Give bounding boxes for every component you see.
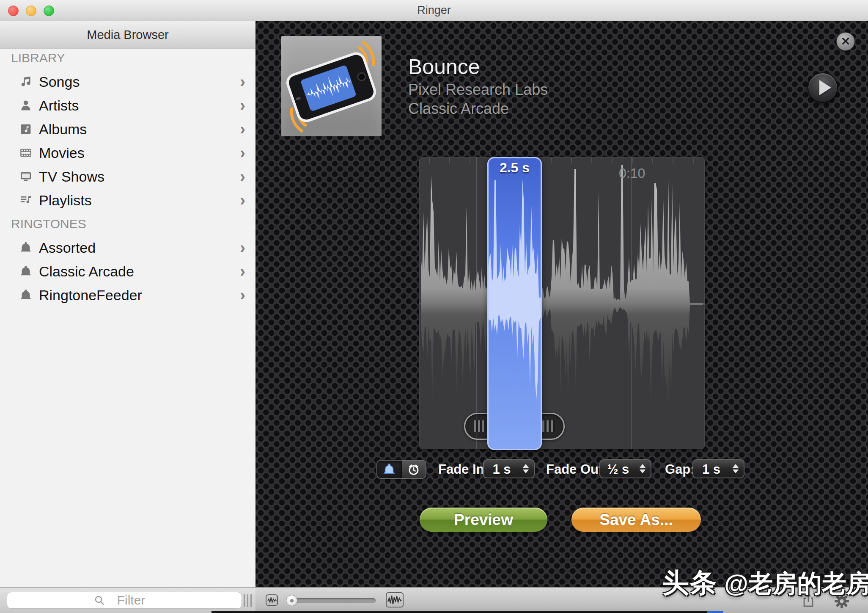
- bell-icon: [19, 264, 33, 279]
- tv-icon: [19, 169, 33, 184]
- chevron-right-icon: ›: [240, 94, 245, 117]
- gap-label: Gap:: [665, 460, 695, 479]
- title-bar[interactable]: Ringer: [0, 0, 868, 21]
- sidebar-item-movies[interactable]: Movies›: [0, 141, 255, 165]
- fade-in-label: Fade In:: [438, 460, 489, 479]
- background-window-accent: [707, 611, 723, 613]
- sidebar-item-label: RingtoneFeeder: [39, 283, 142, 307]
- waveform-panel: 0:10 2.5 s: [419, 157, 705, 449]
- save-as-button[interactable]: Save As...: [571, 508, 701, 532]
- sidebar-item-artists[interactable]: Artists›: [0, 94, 255, 117]
- music-note-icon: [19, 75, 33, 89]
- fade-out-label: Fade Out:: [546, 460, 607, 479]
- chevron-right-icon: ›: [240, 283, 245, 307]
- watermark: 头条 @老房的老房: [662, 565, 868, 601]
- track-title: Bounce: [408, 54, 548, 80]
- pane-resize-grip[interactable]: [244, 594, 253, 607]
- zoom-in-button[interactable]: [386, 592, 404, 607]
- zoom-out-button[interactable]: [266, 594, 278, 606]
- fade-out-value: ½ s: [600, 460, 636, 479]
- small-waveform-icon: [266, 595, 277, 605]
- sidebar-filter-bar: [0, 587, 255, 613]
- alarm-clock-icon: [407, 462, 421, 477]
- alarm-mode-button[interactable]: [402, 461, 426, 478]
- selection-duration-label: 2.5 s: [489, 160, 541, 176]
- play-icon: [819, 80, 831, 95]
- bell-icon: [19, 288, 33, 302]
- sidebar-item-playlists[interactable]: Playlists›: [0, 188, 255, 212]
- media-browser-sidebar: Media Browser LIBRARYSongs›Artists›Album…: [0, 21, 255, 613]
- end-time-label: 0:10: [619, 166, 645, 181]
- background-window-strip: [212, 611, 723, 613]
- playlist-icon: [19, 193, 33, 207]
- selection-waveform: [487, 157, 542, 449]
- watermark-handle: @老房的老房: [724, 569, 868, 597]
- close-editor-button[interactable]: ✕: [836, 32, 855, 51]
- sidebar-item-assorted[interactable]: Assorted›: [0, 236, 255, 260]
- fade-in-value: 1 s: [484, 460, 519, 479]
- sidebar-item-label: Assorted: [39, 236, 96, 260]
- filter-input[interactable]: [7, 592, 242, 609]
- large-waveform-icon: [387, 593, 403, 607]
- gap-select[interactable]: 1 s: [692, 459, 744, 478]
- sidebar-item-ringtonefeeder[interactable]: RingtoneFeeder›: [0, 283, 255, 307]
- person-icon: [19, 98, 33, 113]
- track-artist: Pixel Research Labs: [408, 80, 548, 99]
- sidebar-section-ringtones: RINGTONES: [0, 212, 255, 236]
- stepper-arrows-icon: [640, 464, 646, 473]
- fade-in-select[interactable]: 1 s: [483, 459, 535, 478]
- chevron-right-icon: ›: [240, 70, 245, 94]
- left-grip-icon[interactable]: [474, 420, 486, 432]
- play-button[interactable]: [808, 72, 838, 103]
- sidebar-section-library: LIBRARY: [0, 46, 255, 70]
- stepper-arrows-icon: [523, 464, 529, 473]
- zoom-slider-track[interactable]: [287, 598, 376, 603]
- sidebar-item-label: Artists: [39, 94, 79, 117]
- sidebar-item-label: TV Shows: [39, 165, 104, 188]
- window-title: Ringer: [0, 0, 868, 21]
- ringtone-artwork: [281, 36, 382, 136]
- chevron-right-icon: ›: [240, 236, 245, 260]
- ringtone-mode-button[interactable]: [377, 461, 402, 478]
- chevron-right-icon: ›: [240, 165, 245, 188]
- sidebar-item-tv-shows[interactable]: TV Shows›: [0, 165, 255, 188]
- ringtone-type-segmented-control: [376, 460, 426, 479]
- sidebar-list: LIBRARYSongs›Artists›Albums›Movies›TV Sh…: [0, 46, 255, 307]
- sidebar-item-albums[interactable]: Albums›: [0, 117, 255, 141]
- sidebar-item-songs[interactable]: Songs›: [0, 70, 255, 94]
- sidebar-item-label: Playlists: [39, 188, 92, 212]
- sidebar-item-label: Albums: [39, 117, 87, 141]
- sidebar-item-label: Classic Arcade: [39, 260, 134, 283]
- watermark-brand: 头条: [662, 568, 717, 597]
- chevron-right-icon: ›: [240, 260, 245, 283]
- gap-value: 1 s: [693, 460, 729, 479]
- preview-button[interactable]: Preview: [420, 508, 547, 532]
- sidebar-item-label: Movies: [39, 141, 85, 165]
- phone-waveform-icon: [281, 36, 382, 136]
- album-icon: [19, 122, 33, 136]
- sidebar-item-classic-arcade[interactable]: Classic Arcade›: [0, 260, 255, 283]
- selection-region[interactable]: 2.5 s: [487, 157, 542, 450]
- chevron-right-icon: ›: [240, 188, 245, 212]
- track-info: Bounce Pixel Research Labs Classic Arcad…: [408, 54, 548, 118]
- right-grip-icon[interactable]: [542, 420, 555, 432]
- chevron-right-icon: ›: [240, 117, 245, 141]
- ringer-window: Ringer Media Browser LIBRARYSongs›Artist…: [0, 0, 868, 613]
- sidebar-header: Media Browser: [0, 21, 255, 49]
- track-album: Classic Arcade: [408, 99, 548, 118]
- bell-icon: [19, 240, 33, 255]
- bell-icon: [382, 462, 396, 477]
- chevron-right-icon: ›: [240, 141, 245, 165]
- zoom-slider-knob[interactable]: [286, 595, 297, 606]
- sidebar-item-label: Songs: [39, 70, 80, 94]
- film-icon: [19, 146, 33, 160]
- waveform: [419, 157, 705, 449]
- stepper-arrows-icon: [733, 464, 739, 473]
- editor-area: ✕: [255, 21, 868, 613]
- fade-out-select[interactable]: ½ s: [599, 459, 651, 478]
